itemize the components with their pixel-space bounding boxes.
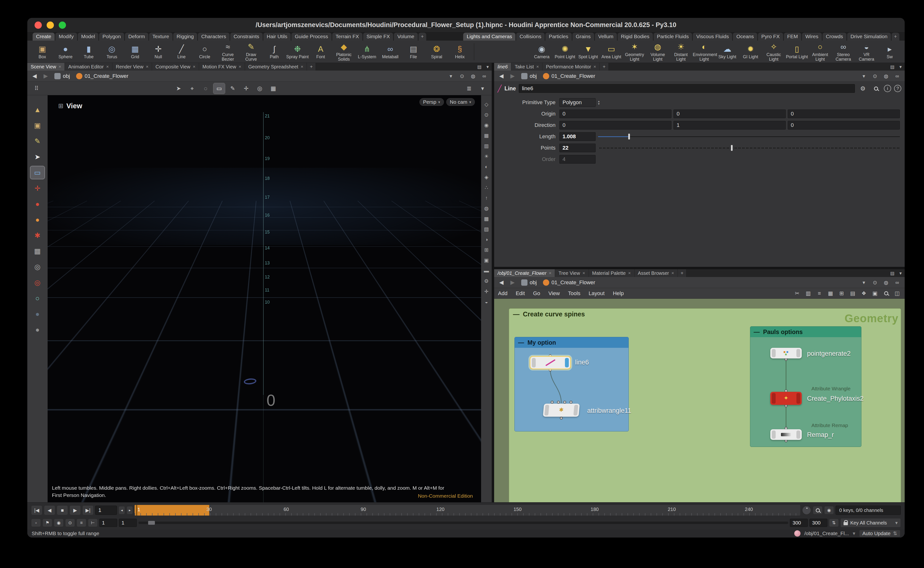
pane-layout-icon[interactable]: ▤	[888, 63, 897, 71]
node-template-flag[interactable]	[772, 431, 776, 439]
snap-ring-icon[interactable]: ◎	[254, 83, 265, 94]
overview-icon[interactable]: ◫	[894, 290, 901, 296]
tab-close-icon[interactable]: ×	[301, 64, 303, 69]
shelf-tool-sky-light[interactable]: ☁Sky Light	[716, 44, 739, 59]
shelf-tab-volume[interactable]: Volume	[394, 33, 418, 41]
tick-marks-icon[interactable]: ≡	[77, 519, 86, 527]
flag-icon[interactable]: ⚑	[42, 519, 52, 527]
path-node-chip[interactable]: 01_Create_Flower	[74, 73, 130, 80]
tab-close-icon[interactable]: ×	[582, 270, 585, 276]
shelf-tool-sphere[interactable]: ●Sphere	[54, 44, 77, 59]
audio-icon[interactable]: ⊢	[88, 519, 98, 527]
tab-close-icon[interactable]: ×	[238, 64, 241, 69]
lasso-select-icon[interactable]: ◌	[200, 83, 211, 94]
node-template-flag[interactable]	[772, 393, 776, 403]
tab-close-icon[interactable]: ×	[106, 64, 109, 69]
range-step-forward-icon[interactable]: ▸	[127, 506, 133, 514]
shelf-tool-gi-light[interactable]: ✹GI Light	[739, 44, 762, 59]
shelf-tab-hair-utils[interactable]: Hair Utils	[263, 33, 291, 41]
shelf-tab-collisions[interactable]: Collisions	[516, 33, 545, 41]
scene-tab-animation-editor[interactable]: Animation Editor×	[65, 63, 112, 71]
scene-tab-scene-view[interactable]: Scene View×	[27, 63, 65, 71]
path-node-chip[interactable]: 01_Create_Flower	[541, 73, 597, 80]
shelf-tool-torus[interactable]: ◎Torus	[100, 44, 124, 59]
flipbook-camera-icon[interactable]: ◉	[824, 506, 834, 514]
shelf-tool-grid[interactable]: ▦Grid	[124, 44, 147, 59]
rotate-icon[interactable]: ●	[30, 198, 44, 210]
viewport-menu-icon[interactable]: ▾	[477, 83, 488, 94]
new-tab-button[interactable]: +	[678, 269, 687, 277]
tab-close-icon[interactable]: ×	[536, 64, 539, 69]
menu-help[interactable]: Help	[613, 290, 624, 296]
keyframe-options-icon[interactable]: ▫	[31, 519, 41, 527]
shelf-tool-curve-bezier[interactable]: ≈Curve Bezier	[216, 42, 240, 62]
node-template-flag[interactable]	[544, 405, 549, 415]
shelf-tool-spot-light[interactable]: ▼Spot Light	[577, 44, 600, 59]
sphere-tool-icon[interactable]: ●	[30, 308, 44, 320]
shelf-tool-font[interactable]: AFont	[309, 44, 332, 59]
ruler-icon[interactable]: ▥	[482, 142, 490, 150]
sticky-note-icon[interactable]: ▤	[849, 290, 856, 296]
add-shelf-tab-button[interactable]: +	[419, 33, 426, 41]
forward-arrow-icon[interactable]: ▶	[508, 73, 517, 79]
shelf-tool-circle[interactable]: ○Circle	[193, 44, 216, 59]
select-mode-icon[interactable]: ➤	[173, 83, 184, 94]
shelf-tool-draw-curve[interactable]: ✎Draw Curve	[240, 42, 263, 62]
shelf-tab-fem[interactable]: FEM	[784, 33, 801, 41]
pane-layout-icon[interactable]: ▤	[475, 63, 484, 71]
world-icon[interactable]: ◍	[882, 279, 890, 286]
tab-close-icon[interactable]: ×	[594, 64, 596, 69]
direction-x-field[interactable]: 0	[559, 121, 671, 130]
background-icon[interactable]: ▧	[482, 225, 490, 233]
network-tab-material-palette[interactable]: Material Palette×	[589, 269, 635, 277]
material-icon[interactable]: ◍	[482, 204, 490, 212]
shelf-tab-simple-fx[interactable]: Simple FX	[363, 33, 393, 41]
new-tab-button[interactable]: +	[600, 63, 609, 71]
shelf-tool-helix[interactable]: §Helix	[448, 44, 472, 59]
menu-layout[interactable]: Layout	[589, 290, 604, 296]
notes-icon[interactable]: ≡	[816, 290, 823, 296]
node-display-flag[interactable]	[796, 431, 800, 439]
houdini-mascot-icon[interactable]	[794, 530, 800, 536]
handles-grid-icon[interactable]: ⠿	[31, 83, 42, 94]
shelf-tool-sw[interactable]: ▸Sw	[878, 44, 901, 59]
camera-menu[interactable]: No cam ▾	[446, 98, 475, 106]
range-start-field[interactable]: 1	[99, 519, 117, 527]
camera-lock-icon[interactable]: ◉	[482, 121, 490, 129]
network-tab-obj-01-create-flower[interactable]: /obj/01_Create_Flower×	[494, 269, 555, 277]
shelf-tool-geometry-light[interactable]: ✶Geometry Light	[623, 42, 646, 62]
playback-range-bar[interactable]: 1	[134, 505, 209, 515]
cut-wires-icon[interactable]: ✂	[793, 290, 801, 296]
handle-icon[interactable]: ✛	[240, 83, 252, 94]
rings-icon[interactable]: ◎	[30, 261, 44, 273]
node-create-phylotaxis2[interactable]: ✦	[770, 392, 802, 405]
network-box-icon[interactable]: ▣	[871, 290, 879, 296]
shelf-tool-metaball[interactable]: ∞Metaball	[378, 44, 402, 59]
shelf-tab-wires[interactable]: Wires	[802, 33, 822, 41]
new-tab-button[interactable]: +	[307, 63, 316, 71]
shelf-tool-spray-paint[interactable]: ❉Spray Paint	[286, 44, 309, 59]
gear-icon[interactable]: ⚙	[858, 85, 868, 92]
params-tab-line6[interactable]: line6	[494, 63, 511, 71]
shelf-tab-particle-fluids[interactable]: Particle Fluids	[654, 33, 692, 41]
wireframe-icon[interactable]: ◈	[482, 173, 490, 181]
snapshot-icon[interactable]: ⊞	[482, 246, 490, 254]
global-end-field[interactable]: 300	[809, 519, 828, 527]
shelf-tool-point-light[interactable]: ✺Point Light	[553, 44, 577, 59]
shelf-tool-camera[interactable]: ◉Camera	[530, 44, 553, 59]
length-field[interactable]: 1.008	[559, 132, 595, 141]
shelf-tab-polygon[interactable]: Polygon	[99, 33, 124, 41]
layout-nodes-icon[interactable]: ⊞	[838, 290, 845, 296]
add-shelf-tab-button[interactable]: +	[892, 33, 899, 41]
cursor-icon[interactable]: ⌖	[186, 83, 198, 94]
node-pointgenerate2[interactable]	[770, 348, 802, 358]
persp-menu[interactable]: Persp ▾	[419, 98, 444, 106]
handles-icon[interactable]: ✛	[482, 288, 490, 295]
path-menu-icon[interactable]: ▾	[860, 73, 867, 79]
jump-to-end-button[interactable]: ▶|	[82, 505, 93, 515]
menu-tools[interactable]: Tools	[568, 290, 580, 296]
link-icon[interactable]: ∞	[481, 73, 488, 79]
current-frame-field[interactable]: 1	[95, 506, 117, 515]
points-slider[interactable]	[598, 144, 900, 152]
close-window-button[interactable]	[35, 21, 42, 29]
